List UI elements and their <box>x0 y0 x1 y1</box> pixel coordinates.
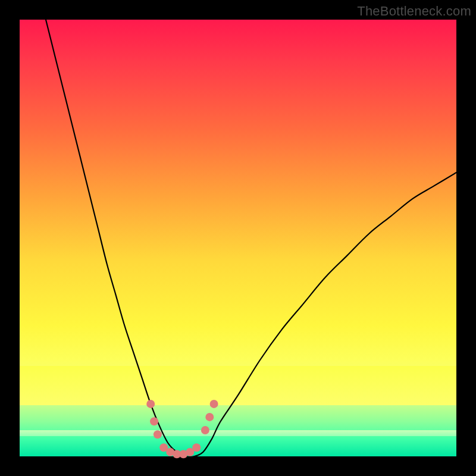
trough-marker <box>205 413 214 421</box>
curve-layer <box>20 20 456 456</box>
trough-markers <box>146 400 218 458</box>
bottleneck-curve <box>46 20 456 457</box>
trough-marker <box>150 417 158 425</box>
plot-area <box>20 20 456 456</box>
watermark-text: TheBottleneck.com <box>357 4 471 19</box>
trough-marker <box>192 443 201 452</box>
trough-marker <box>154 430 162 439</box>
trough-marker <box>210 400 218 408</box>
chart-frame: TheBottleneck.com <box>0 0 476 476</box>
trough-marker <box>201 426 209 434</box>
trough-marker <box>146 400 155 408</box>
